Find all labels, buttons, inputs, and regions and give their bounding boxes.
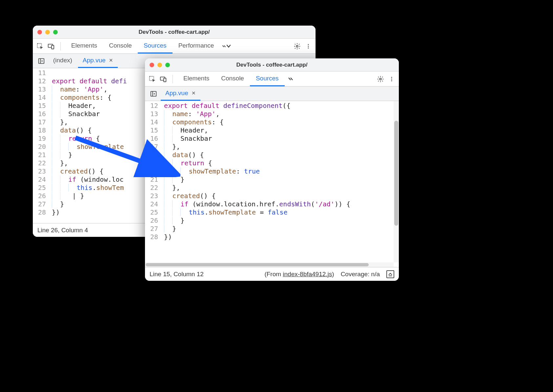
file-tab-app-vue[interactable]: App.vue ✕ bbox=[161, 87, 200, 101]
divider bbox=[173, 75, 173, 83]
svg-point-13 bbox=[391, 77, 392, 78]
svg-point-12 bbox=[379, 78, 381, 80]
navigator-toggle-icon[interactable] bbox=[35, 54, 47, 68]
titlebar: DevTools - coffee-cart.app/ bbox=[33, 26, 316, 39]
file-tab-label: App.vue bbox=[83, 57, 106, 64]
inspect-icon[interactable] bbox=[148, 74, 157, 84]
coverage-status: Coverage: n/a bbox=[341, 271, 380, 278]
source-mapped-from: (From index-8bfa4912.js) bbox=[264, 271, 334, 278]
scrollbar-horizontal[interactable] bbox=[145, 262, 394, 267]
svg-rect-16 bbox=[151, 91, 156, 96]
scrollbar-thumb[interactable] bbox=[146, 263, 369, 266]
collapse-drawer-icon[interactable] bbox=[386, 270, 394, 278]
navigator-toggle-icon[interactable] bbox=[148, 87, 159, 101]
traffic-lights bbox=[150, 63, 170, 67]
statusbar: Line 15, Column 12 (From index-8bfa4912.… bbox=[145, 267, 399, 281]
tab-console[interactable]: Console bbox=[215, 72, 250, 86]
device-toggle-icon[interactable] bbox=[159, 74, 168, 84]
window-title: DevTools - coffee-cart.app/ bbox=[145, 62, 399, 68]
close-tab-icon[interactable]: ✕ bbox=[192, 90, 196, 96]
devtools-window-2: DevTools - coffee-cart.app/ Elements Con… bbox=[145, 58, 399, 281]
svg-rect-11 bbox=[164, 78, 166, 82]
code-editor[interactable]: 1213141516171819202122232425262728 expor… bbox=[145, 101, 399, 267]
panel-tabs: Elements Console Sources bbox=[177, 72, 285, 86]
svg-point-15 bbox=[391, 80, 392, 81]
file-tab-index[interactable]: (index) bbox=[49, 54, 77, 68]
svg-rect-7 bbox=[39, 58, 44, 63]
more-tabs-icon[interactable] bbox=[222, 43, 231, 49]
svg-point-4 bbox=[308, 44, 309, 45]
cursor-position: Line 26, Column 4 bbox=[37, 227, 88, 234]
line-gutter: 111213141516171819202122232425262728 bbox=[33, 68, 50, 223]
titlebar: DevTools - coffee-cart.app/ bbox=[145, 58, 399, 72]
svg-point-3 bbox=[296, 45, 298, 47]
svg-point-14 bbox=[391, 78, 392, 79]
panel-tabs: Elements Console Sources Performance bbox=[65, 39, 220, 53]
file-tab-label: (index) bbox=[53, 57, 72, 64]
tab-elements[interactable]: Elements bbox=[65, 39, 103, 53]
device-toggle-icon[interactable] bbox=[47, 42, 56, 51]
settings-gear-icon[interactable] bbox=[376, 74, 385, 84]
more-tabs-icon[interactable] bbox=[287, 77, 296, 81]
file-tab-label: App.vue bbox=[165, 90, 188, 97]
svg-point-5 bbox=[308, 46, 309, 47]
traffic-lights bbox=[37, 30, 58, 34]
tab-performance[interactable]: Performance bbox=[173, 39, 220, 53]
source-file-link[interactable]: index-8bfa4912.js bbox=[283, 271, 332, 278]
line-gutter: 1213141516171819202122232425262728 bbox=[145, 101, 162, 267]
minimize-window-button[interactable] bbox=[157, 63, 162, 67]
kebab-menu-icon[interactable] bbox=[387, 74, 396, 84]
file-tabs: App.vue ✕ bbox=[145, 87, 399, 101]
main-toolbar: Elements Console Sources bbox=[145, 72, 399, 87]
inspect-icon[interactable] bbox=[35, 42, 45, 51]
file-tab-app-vue[interactable]: App.vue ✕ bbox=[78, 54, 118, 68]
svg-point-6 bbox=[308, 47, 309, 48]
scrollbar-vertical[interactable] bbox=[394, 101, 399, 262]
maximize-window-button[interactable] bbox=[165, 63, 170, 67]
window-title: DevTools - coffee-cart.app/ bbox=[33, 29, 316, 35]
close-window-button[interactable] bbox=[150, 63, 154, 67]
tab-sources[interactable]: Sources bbox=[250, 72, 285, 86]
svg-rect-2 bbox=[51, 45, 54, 49]
scrollbar-thumb[interactable] bbox=[394, 121, 398, 226]
tab-console[interactable]: Console bbox=[103, 39, 138, 53]
maximize-window-button[interactable] bbox=[53, 30, 58, 34]
main-toolbar: Elements Console Sources Performance bbox=[33, 39, 316, 54]
tab-sources[interactable]: Sources bbox=[138, 39, 173, 53]
close-window-button[interactable] bbox=[37, 30, 42, 34]
minimize-window-button[interactable] bbox=[45, 30, 50, 34]
cursor-position: Line 15, Column 12 bbox=[150, 271, 204, 278]
divider bbox=[60, 42, 61, 51]
close-tab-icon[interactable]: ✕ bbox=[109, 57, 113, 63]
tab-elements[interactable]: Elements bbox=[177, 72, 215, 86]
code-content: export default defineComponent({ name: '… bbox=[162, 101, 399, 267]
kebab-menu-icon[interactable] bbox=[304, 42, 313, 51]
settings-gear-icon[interactable] bbox=[293, 42, 302, 51]
